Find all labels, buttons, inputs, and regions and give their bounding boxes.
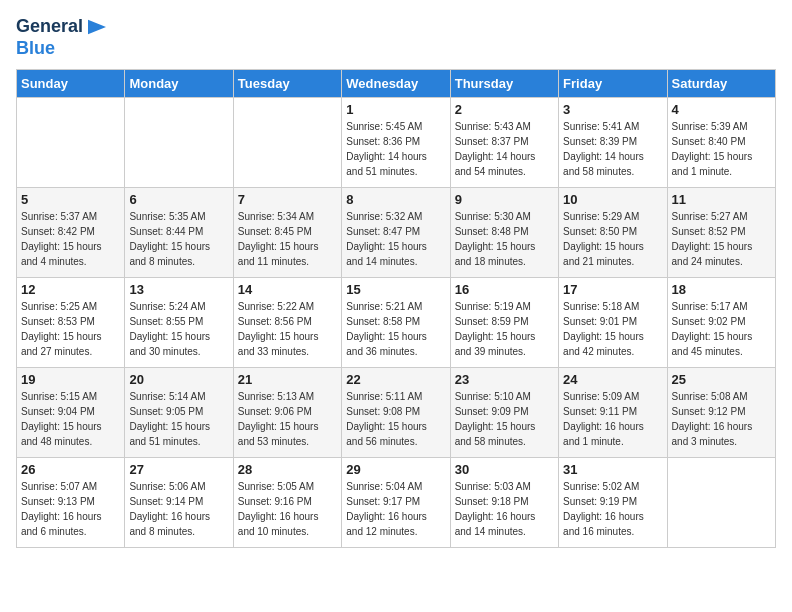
calendar-cell: 4Sunrise: 5:39 AM Sunset: 8:40 PM Daylig… bbox=[667, 98, 775, 188]
calendar-cell bbox=[125, 98, 233, 188]
cell-info: Sunrise: 5:37 AM Sunset: 8:42 PM Dayligh… bbox=[21, 209, 120, 269]
cell-info: Sunrise: 5:32 AM Sunset: 8:47 PM Dayligh… bbox=[346, 209, 445, 269]
day-number: 14 bbox=[238, 282, 337, 297]
day-number: 3 bbox=[563, 102, 662, 117]
calendar-cell: 6Sunrise: 5:35 AM Sunset: 8:44 PM Daylig… bbox=[125, 188, 233, 278]
cell-info: Sunrise: 5:25 AM Sunset: 8:53 PM Dayligh… bbox=[21, 299, 120, 359]
header-wednesday: Wednesday bbox=[342, 70, 450, 98]
cell-info: Sunrise: 5:30 AM Sunset: 8:48 PM Dayligh… bbox=[455, 209, 554, 269]
cell-info: Sunrise: 5:45 AM Sunset: 8:36 PM Dayligh… bbox=[346, 119, 445, 179]
cell-info: Sunrise: 5:05 AM Sunset: 9:16 PM Dayligh… bbox=[238, 479, 337, 539]
cell-info: Sunrise: 5:07 AM Sunset: 9:13 PM Dayligh… bbox=[21, 479, 120, 539]
cell-info: Sunrise: 5:14 AM Sunset: 9:05 PM Dayligh… bbox=[129, 389, 228, 449]
cell-info: Sunrise: 5:22 AM Sunset: 8:56 PM Dayligh… bbox=[238, 299, 337, 359]
cell-info: Sunrise: 5:11 AM Sunset: 9:08 PM Dayligh… bbox=[346, 389, 445, 449]
cell-info: Sunrise: 5:39 AM Sunset: 8:40 PM Dayligh… bbox=[672, 119, 771, 179]
day-number: 11 bbox=[672, 192, 771, 207]
header-friday: Friday bbox=[559, 70, 667, 98]
day-number: 7 bbox=[238, 192, 337, 207]
header-thursday: Thursday bbox=[450, 70, 558, 98]
calendar-cell: 19Sunrise: 5:15 AM Sunset: 9:04 PM Dayli… bbox=[17, 368, 125, 458]
cell-info: Sunrise: 5:41 AM Sunset: 8:39 PM Dayligh… bbox=[563, 119, 662, 179]
calendar-cell: 9Sunrise: 5:30 AM Sunset: 8:48 PM Daylig… bbox=[450, 188, 558, 278]
calendar-cell: 24Sunrise: 5:09 AM Sunset: 9:11 PM Dayli… bbox=[559, 368, 667, 458]
calendar-cell: 28Sunrise: 5:05 AM Sunset: 9:16 PM Dayli… bbox=[233, 458, 341, 548]
calendar-cell: 16Sunrise: 5:19 AM Sunset: 8:59 PM Dayli… bbox=[450, 278, 558, 368]
calendar-cell bbox=[667, 458, 775, 548]
day-number: 27 bbox=[129, 462, 228, 477]
calendar-cell: 1Sunrise: 5:45 AM Sunset: 8:36 PM Daylig… bbox=[342, 98, 450, 188]
calendar-week-row: 26Sunrise: 5:07 AM Sunset: 9:13 PM Dayli… bbox=[17, 458, 776, 548]
day-number: 22 bbox=[346, 372, 445, 387]
calendar-cell: 2Sunrise: 5:43 AM Sunset: 8:37 PM Daylig… bbox=[450, 98, 558, 188]
cell-info: Sunrise: 5:43 AM Sunset: 8:37 PM Dayligh… bbox=[455, 119, 554, 179]
calendar-cell bbox=[233, 98, 341, 188]
calendar-week-row: 12Sunrise: 5:25 AM Sunset: 8:53 PM Dayli… bbox=[17, 278, 776, 368]
calendar-week-row: 19Sunrise: 5:15 AM Sunset: 9:04 PM Dayli… bbox=[17, 368, 776, 458]
cell-info: Sunrise: 5:24 AM Sunset: 8:55 PM Dayligh… bbox=[129, 299, 228, 359]
day-number: 2 bbox=[455, 102, 554, 117]
header-tuesday: Tuesday bbox=[233, 70, 341, 98]
day-number: 30 bbox=[455, 462, 554, 477]
day-number: 25 bbox=[672, 372, 771, 387]
calendar-cell: 23Sunrise: 5:10 AM Sunset: 9:09 PM Dayli… bbox=[450, 368, 558, 458]
day-number: 21 bbox=[238, 372, 337, 387]
cell-info: Sunrise: 5:08 AM Sunset: 9:12 PM Dayligh… bbox=[672, 389, 771, 449]
logo: GeneralBlue bbox=[16, 16, 108, 59]
calendar-cell: 7Sunrise: 5:34 AM Sunset: 8:45 PM Daylig… bbox=[233, 188, 341, 278]
day-number: 15 bbox=[346, 282, 445, 297]
svg-marker-0 bbox=[88, 20, 106, 34]
day-number: 1 bbox=[346, 102, 445, 117]
cell-info: Sunrise: 5:35 AM Sunset: 8:44 PM Dayligh… bbox=[129, 209, 228, 269]
day-number: 4 bbox=[672, 102, 771, 117]
calendar-week-row: 5Sunrise: 5:37 AM Sunset: 8:42 PM Daylig… bbox=[17, 188, 776, 278]
day-number: 28 bbox=[238, 462, 337, 477]
calendar-cell: 13Sunrise: 5:24 AM Sunset: 8:55 PM Dayli… bbox=[125, 278, 233, 368]
day-number: 24 bbox=[563, 372, 662, 387]
cell-info: Sunrise: 5:19 AM Sunset: 8:59 PM Dayligh… bbox=[455, 299, 554, 359]
cell-info: Sunrise: 5:34 AM Sunset: 8:45 PM Dayligh… bbox=[238, 209, 337, 269]
calendar-cell: 5Sunrise: 5:37 AM Sunset: 8:42 PM Daylig… bbox=[17, 188, 125, 278]
calendar-table: SundayMondayTuesdayWednesdayThursdayFrid… bbox=[16, 69, 776, 548]
cell-info: Sunrise: 5:27 AM Sunset: 8:52 PM Dayligh… bbox=[672, 209, 771, 269]
cell-info: Sunrise: 5:10 AM Sunset: 9:09 PM Dayligh… bbox=[455, 389, 554, 449]
header-sunday: Sunday bbox=[17, 70, 125, 98]
day-number: 19 bbox=[21, 372, 120, 387]
calendar-header-row: SundayMondayTuesdayWednesdayThursdayFrid… bbox=[17, 70, 776, 98]
cell-info: Sunrise: 5:18 AM Sunset: 9:01 PM Dayligh… bbox=[563, 299, 662, 359]
cell-info: Sunrise: 5:06 AM Sunset: 9:14 PM Dayligh… bbox=[129, 479, 228, 539]
day-number: 5 bbox=[21, 192, 120, 207]
day-number: 17 bbox=[563, 282, 662, 297]
cell-info: Sunrise: 5:15 AM Sunset: 9:04 PM Dayligh… bbox=[21, 389, 120, 449]
day-number: 29 bbox=[346, 462, 445, 477]
calendar-cell: 29Sunrise: 5:04 AM Sunset: 9:17 PM Dayli… bbox=[342, 458, 450, 548]
calendar-cell bbox=[17, 98, 125, 188]
day-number: 8 bbox=[346, 192, 445, 207]
day-number: 26 bbox=[21, 462, 120, 477]
day-number: 31 bbox=[563, 462, 662, 477]
header-saturday: Saturday bbox=[667, 70, 775, 98]
calendar-cell: 27Sunrise: 5:06 AM Sunset: 9:14 PM Dayli… bbox=[125, 458, 233, 548]
day-number: 16 bbox=[455, 282, 554, 297]
day-number: 9 bbox=[455, 192, 554, 207]
calendar-cell: 8Sunrise: 5:32 AM Sunset: 8:47 PM Daylig… bbox=[342, 188, 450, 278]
calendar-cell: 22Sunrise: 5:11 AM Sunset: 9:08 PM Dayli… bbox=[342, 368, 450, 458]
calendar-cell: 18Sunrise: 5:17 AM Sunset: 9:02 PM Dayli… bbox=[667, 278, 775, 368]
calendar-cell: 10Sunrise: 5:29 AM Sunset: 8:50 PM Dayli… bbox=[559, 188, 667, 278]
calendar-cell: 3Sunrise: 5:41 AM Sunset: 8:39 PM Daylig… bbox=[559, 98, 667, 188]
calendar-cell: 20Sunrise: 5:14 AM Sunset: 9:05 PM Dayli… bbox=[125, 368, 233, 458]
day-number: 10 bbox=[563, 192, 662, 207]
calendar-cell: 15Sunrise: 5:21 AM Sunset: 8:58 PM Dayli… bbox=[342, 278, 450, 368]
day-number: 12 bbox=[21, 282, 120, 297]
calendar-cell: 21Sunrise: 5:13 AM Sunset: 9:06 PM Dayli… bbox=[233, 368, 341, 458]
calendar-cell: 31Sunrise: 5:02 AM Sunset: 9:19 PM Dayli… bbox=[559, 458, 667, 548]
calendar-cell: 11Sunrise: 5:27 AM Sunset: 8:52 PM Dayli… bbox=[667, 188, 775, 278]
cell-info: Sunrise: 5:17 AM Sunset: 9:02 PM Dayligh… bbox=[672, 299, 771, 359]
cell-info: Sunrise: 5:09 AM Sunset: 9:11 PM Dayligh… bbox=[563, 389, 662, 449]
calendar-cell: 26Sunrise: 5:07 AM Sunset: 9:13 PM Dayli… bbox=[17, 458, 125, 548]
calendar-cell: 12Sunrise: 5:25 AM Sunset: 8:53 PM Dayli… bbox=[17, 278, 125, 368]
calendar-cell: 25Sunrise: 5:08 AM Sunset: 9:12 PM Dayli… bbox=[667, 368, 775, 458]
cell-info: Sunrise: 5:02 AM Sunset: 9:19 PM Dayligh… bbox=[563, 479, 662, 539]
calendar-cell: 14Sunrise: 5:22 AM Sunset: 8:56 PM Dayli… bbox=[233, 278, 341, 368]
page-header: GeneralBlue bbox=[16, 16, 776, 59]
